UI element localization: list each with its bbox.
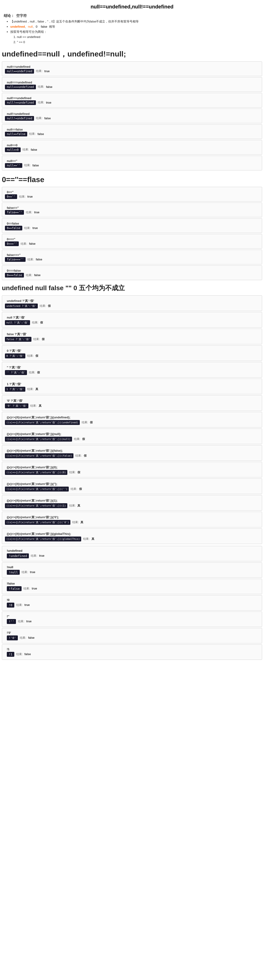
section4: !undefined !undefined 结果: true !null !nu… bbox=[0, 546, 264, 660]
fn-result-label-8: 结果: bbox=[83, 537, 90, 541]
s2-result-value-4: false bbox=[29, 242, 35, 245]
code-badge-2: null===undefined bbox=[5, 84, 36, 89]
ternary-result-value-6: 真 bbox=[35, 387, 38, 391]
block-label-4: null!=undefined bbox=[5, 111, 259, 116]
ternary-result-label-4: 结果: bbox=[27, 354, 34, 358]
ternary-result-label-7: 结果: bbox=[30, 404, 37, 408]
block-label-5: null==false bbox=[5, 126, 259, 132]
ternary-result-label-5: 结果: bbox=[29, 371, 35, 375]
result-value-6: false bbox=[31, 148, 37, 151]
block-label-7: null=='' bbox=[5, 158, 259, 163]
section3-fn-blocks: ((x)=>{if(x)return'真';return'假';})(undef… bbox=[0, 412, 264, 544]
result-label-2: 结果: bbox=[38, 85, 44, 89]
fn-block-undefined: ((x)=>{if(x)return'真';return'假';})(undef… bbox=[2, 412, 262, 428]
fn-block-str0: ((x)=>{if(x)return'真';return'假';})('0');… bbox=[2, 512, 262, 527]
ternary-block-null: null ?'真':'假' null ?'真':'假' 结果: 假 bbox=[2, 312, 262, 328]
block-label-2: null===undefined bbox=[5, 79, 259, 84]
page-title: null==undefined,null!==undefined bbox=[0, 0, 264, 12]
fn-result-label-7: 结果: bbox=[72, 520, 78, 524]
neg-result-label-6: 结果: bbox=[20, 636, 26, 640]
neg-result-label-5: 结果: bbox=[18, 619, 24, 624]
fn-block-null: ((x)=>{if(x)return'真';return'假';})(null)… bbox=[2, 428, 262, 444]
block-false-strict-eq-empty: false==='' false==='' 结果: false bbox=[2, 250, 262, 264]
fn-result-label-3: 结果: bbox=[75, 454, 82, 458]
section2-blocks: 0=='' 0=='' 结果: true false=='' false==''… bbox=[0, 187, 264, 280]
ternary-label-5: '' ?'真':'假' bbox=[5, 364, 259, 370]
neg-badge-1: !undefined bbox=[7, 554, 29, 558]
neg-result-value-3: true bbox=[32, 587, 37, 590]
result-label-4: 结果: bbox=[36, 116, 42, 120]
s2-block-label-6: 0===false bbox=[5, 267, 259, 273]
s2-result-value-3: true bbox=[32, 226, 38, 230]
fn-label-1: ((x)=>{if(x)return'真';return'假';})(undef… bbox=[5, 414, 259, 420]
code-badge-5: null==false bbox=[5, 132, 27, 137]
bullet-item-2: undefined、null、0 false 相等 bbox=[10, 24, 260, 29]
neg-result-label-4: 结果: bbox=[16, 603, 22, 607]
fn-label-5: ((x)=>{if(x)return'真';return'假';})(''); bbox=[5, 480, 259, 487]
s2-result-label-3: 结果: bbox=[24, 226, 30, 230]
fn-result-value-4: 假 bbox=[77, 471, 80, 474]
code-badge-6: null==0 bbox=[5, 148, 21, 152]
result-label-3: 结果: bbox=[38, 100, 44, 105]
fn-result-value-1: 假 bbox=[90, 420, 93, 425]
fn-badge-3: ((x)=>{if(x)return'真';return'假';})(false… bbox=[5, 453, 74, 458]
s2-block-label-5: false==='' bbox=[5, 252, 259, 257]
fn-result-label-5: 结果: bbox=[70, 487, 77, 491]
neg-block-null: !null !null 结果: true bbox=[2, 562, 262, 578]
ternary-result-label-3: 结果: bbox=[33, 337, 40, 341]
fn-result-value-7: 真 bbox=[80, 520, 83, 524]
block-null-strict-eq-undefined: null===undefined null===undefined 结果: fa… bbox=[2, 77, 262, 92]
result-value-5: false bbox=[38, 132, 44, 136]
ternary-label-7: '0' ?'真':'假' bbox=[5, 397, 259, 403]
neg-result-value-1: true bbox=[39, 554, 45, 557]
s2-result-value-1: true bbox=[27, 195, 33, 198]
result-label-6: 结果: bbox=[22, 148, 29, 152]
neg-badge-4: !0 bbox=[7, 603, 14, 608]
ternary-block-0: 0 ?'真':'假' 0 ?'真':'假' 结果: 假 bbox=[2, 345, 262, 361]
fn-result-label-2: 结果: bbox=[74, 437, 80, 441]
result-value-2: false bbox=[46, 85, 52, 89]
s2-code-badge-5: false==='' bbox=[5, 257, 26, 262]
s2-result-label-6: 结果: bbox=[26, 273, 32, 277]
neg-block-str0: !'0' !'0' 结果: false bbox=[2, 628, 262, 643]
ternary-badge-1: undefined ?'真':'假' bbox=[5, 304, 38, 309]
ternary-block-1: 1 ?'真':'假' 1 ?'真':'假' 结果: 真 bbox=[2, 379, 262, 394]
block-null-neq-undefined: null!=undefined null!=undefined 结果: fals… bbox=[2, 108, 262, 123]
neg-block-empty: !'' !'' 结果: true bbox=[2, 611, 262, 627]
ternary-result-label-2: 结果: bbox=[32, 321, 38, 325]
block-0-strict-eq-empty: 0==='' 0==='' 结果: false bbox=[2, 234, 262, 249]
result-value-7: false bbox=[32, 164, 39, 167]
fn-label-4: ((x)=>{if(x)return'真';return'假';})(0); bbox=[5, 464, 259, 470]
s2-code-badge-6: 0===false bbox=[5, 273, 24, 277]
sub-item-2: '' == 0 bbox=[17, 40, 260, 45]
ternary-result-value-1: 假 bbox=[48, 304, 51, 308]
fn-block-0: ((x)=>{if(x)return'真';return'假';})(0); (… bbox=[2, 462, 262, 477]
fn-block-empty: ((x)=>{if(x)return'真';return'假';})(''); … bbox=[2, 479, 262, 494]
fn-block-false: ((x)=>{if(x)return'真';return'假';})(false… bbox=[2, 445, 262, 461]
block-null-eq-0: null==0 null==0 结果: false bbox=[2, 140, 262, 155]
ternary-badge-3: false ?'真':'假' bbox=[5, 337, 32, 342]
fn-badge-6: ((x)=>{if(x)return'真';return'假';})(1) bbox=[5, 503, 67, 508]
ternary-label-6: 1 ?'真':'假' bbox=[5, 381, 259, 387]
ternary-label-2: null ?'真':'假' bbox=[5, 314, 259, 320]
neg-block-1: !1 !1 结果: false bbox=[2, 644, 262, 660]
neg-result-label-3: 结果: bbox=[24, 587, 30, 591]
fn-label-8: ((x)=>{if(x)return'真';return'假';})(globa… bbox=[5, 530, 259, 536]
s2-result-value-2: true bbox=[34, 211, 39, 214]
result-value-1: true bbox=[44, 70, 50, 73]
neg-result-value-5: true bbox=[26, 620, 32, 623]
fn-badge-7: ((x)=>{if(x)return'真';return'假';})('0') bbox=[5, 520, 70, 525]
fn-badge-5: ((x)=>{if(x)return'真';return'假';})('') bbox=[5, 487, 69, 492]
s2-code-badge-4: 0==='' bbox=[5, 242, 19, 246]
s2-result-label-1: 结果: bbox=[19, 195, 26, 199]
fn-result-value-8: 真 bbox=[91, 537, 94, 541]
ternary-badge-7: '0' ?'真':'假' bbox=[5, 403, 29, 408]
fn-label-6: ((x)=>{if(x)return'真';return'假';})(1); bbox=[5, 497, 259, 503]
ternary-result-label-6: 结果: bbox=[27, 387, 34, 391]
block-0-strict-eq-false: 0===false 0===false 结果: false bbox=[2, 265, 262, 280]
neg-result-label-2: 结果: bbox=[22, 570, 28, 574]
fn-result-value-6: 真 bbox=[77, 504, 80, 508]
s2-result-label-2: 结果: bbox=[26, 210, 32, 215]
ternary-block-empty: '' ?'真':'假' '' ?'真':'假' 结果: 假 bbox=[2, 362, 262, 378]
ternary-label-4: 0 ?'真':'假' bbox=[5, 347, 259, 353]
